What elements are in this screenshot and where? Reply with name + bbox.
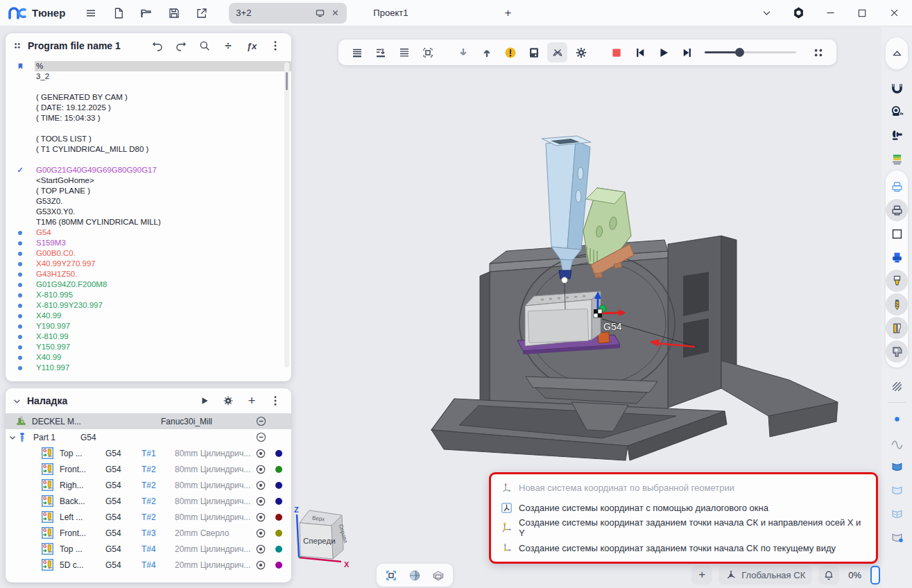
simulation-speed-slider[interactable] [705,42,796,62]
visibility-radio-icon[interactable] [251,544,270,555]
code-gutter[interactable] [6,262,35,266]
code-line[interactable]: ✓ G00G21G40G49G69G80G90G17 [6,165,291,175]
stock-box-icon[interactable] [886,223,908,245]
side-panel-toggle[interactable] [870,566,880,585]
stop-icon[interactable] [606,42,626,62]
close-tab-icon[interactable] [331,8,340,17]
save-icon[interactable] [162,3,186,24]
maximize-icon[interactable] [850,3,875,24]
grid-dots-icon[interactable] [808,42,828,62]
code-gutter[interactable] [6,273,35,277]
operation-color-dot[interactable] [275,562,282,569]
undo-icon[interactable] [148,37,166,55]
code-gutter[interactable] [6,366,35,370]
add-tab-button[interactable]: + [498,6,517,20]
code-line[interactable]: ( TOP PLANE ) [6,186,291,196]
popup-item[interactable]: Создание системы координат заданием точк… [498,539,869,557]
code-gutter[interactable] [6,314,35,318]
redo-icon[interactable] [172,37,190,55]
operation-color-dot[interactable] [275,498,282,505]
operation-row[interactable]: G 5D c... G54 T#4 20mm Цилиндрич... [6,557,291,573]
code-line[interactable]: Y110.997 [6,363,291,373]
curve-display-icon[interactable] [886,431,908,453]
operation-row[interactable]: G Top ... G54 T#4 20mm Цилиндрич... [6,541,291,557]
code-gutter[interactable] [6,252,35,256]
popup-item[interactable]: Создание системы координат заданием точк… [498,519,869,537]
code-line[interactable]: X40.99Y270.997 [6,259,291,269]
shaded-view-icon[interactable] [406,567,424,585]
monitor-icon[interactable] [315,8,325,18]
code-line[interactable]: X-810.99Y230.997 [6,300,291,311]
global-cs-button[interactable]: Глобальная СК [719,566,812,585]
minus-circle-icon[interactable] [251,415,270,427]
code-line[interactable]: X-810.995 [6,290,291,300]
code-line[interactable]: G01G94Z0.F200M8 [6,279,291,290]
menu-icon[interactable] [79,3,103,24]
popup-item[interactable]: Создание системы координат с помощью диа… [498,499,869,517]
code-scrollbar[interactable] [284,62,289,368]
code-line[interactable]: G53Z0. [6,196,291,207]
skip-start-icon[interactable] [630,42,650,62]
visibility-radio-icon[interactable] [251,480,270,491]
surface-vertex-icon[interactable] [886,526,908,548]
code-line[interactable] [6,155,291,165]
vise-icon[interactable] [886,124,908,146]
visibility-radio-icon[interactable] [251,512,270,523]
function-icon[interactable]: ƒx [243,37,261,55]
code-gutter[interactable] [6,231,35,235]
code-line[interactable]: Y190.997 [6,321,291,331]
operation-color-dot[interactable] [275,482,282,489]
add-setup-icon[interactable]: + [243,392,261,410]
code-line[interactable]: G43H1Z50. [6,269,291,279]
step-down-icon[interactable] [453,42,473,62]
code-gutter[interactable] [6,62,35,70]
section-view-icon[interactable] [429,567,447,585]
collapse-panel-icon[interactable] [886,42,908,64]
code-line[interactable]: ( GENERATED BY CAM ) [6,92,291,103]
operation-color-dot[interactable] [275,514,282,521]
play-icon[interactable] [653,42,673,62]
program-menu-kebab-icon[interactable] [266,37,284,55]
close-window-icon[interactable] [881,3,906,24]
focus-block-icon[interactable] [418,42,438,62]
divide-icon[interactable]: ÷ [219,37,237,55]
drag-handle-icon[interactable] [12,41,22,51]
tab-project1[interactable]: Проект1 [366,8,415,18]
machine-row[interactable]: DECKEL M... Fanuc30i_Mill [6,413,291,429]
setup-menu-kebab-icon[interactable] [266,392,284,410]
code-gutter[interactable] [6,304,35,308]
point-display-icon[interactable] [886,408,908,430]
code-line[interactable] [6,82,291,92]
code-line[interactable]: X40.99 [6,311,291,321]
code-line[interactable]: 3_2 [6,71,291,82]
tab-3plus2[interactable]: 3+2 [229,3,347,24]
machine-wireframe-icon[interactable] [886,175,908,198]
expand-chevron-icon[interactable] [6,433,17,442]
stock-colors-icon[interactable] [886,148,908,170]
settings-nut-icon[interactable] [786,3,811,24]
fit-view-icon[interactable] [382,567,400,585]
search-icon[interactable] [196,37,214,55]
surface-shaded-icon[interactable] [886,455,908,477]
operation-row[interactable]: G Front... G54 T#2 80mm Цилиндрич... [6,461,291,477]
code-gutter[interactable] [6,325,35,329]
operation-color-dot[interactable] [275,546,282,553]
visibility-radio-icon[interactable] [251,464,270,475]
control-panel-icon[interactable] [524,42,544,62]
operation-color-dot[interactable] [275,530,282,537]
minus-circle-icon[interactable] [251,431,270,443]
code-line[interactable]: X40.99 [6,352,291,363]
surface-grid-icon[interactable] [886,502,908,524]
code-line[interactable]: ( T1 CYLINDRICAL_MILL D80 ) [6,144,291,155]
code-line[interactable]: S159M3 [6,238,291,248]
minimize-icon[interactable] [818,3,843,24]
operation-row[interactable]: G Back... G54 T#2 80mm Цилиндрич... [6,493,291,509]
visibility-radio-icon[interactable] [251,528,270,539]
operation-color-dot[interactable] [275,466,282,473]
operation-row[interactable]: G Righ... G54 T#2 80mm Цилиндрич... [6,477,291,493]
magnet-icon[interactable] [886,77,908,99]
code-gutter[interactable] [6,345,35,349]
add-cs-button[interactable]: + [691,566,712,585]
skip-end-icon[interactable] [677,42,697,62]
visibility-radio-icon[interactable] [251,448,270,459]
